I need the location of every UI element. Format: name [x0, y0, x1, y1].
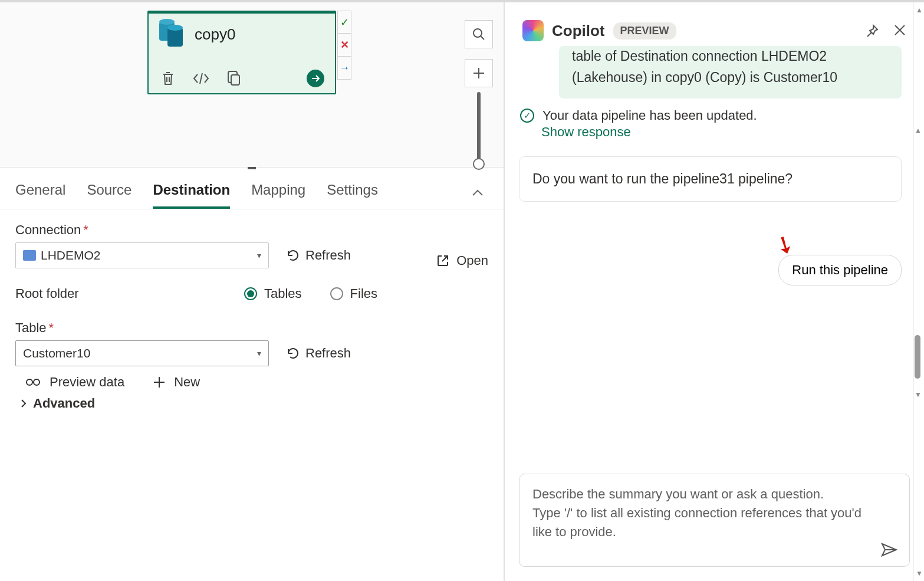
svg-point-1 [473, 29, 482, 37]
connection-label: Connection* [15, 222, 351, 238]
chevron-down-icon: ▾ [257, 251, 261, 260]
root-folder-tables-radio[interactable]: Tables [244, 286, 302, 301]
pipeline-canvas[interactable]: copy0 ✓ [0, 2, 504, 168]
main-pane: copy0 ✓ [0, 2, 505, 581]
refresh-connection-button[interactable]: Refresh [287, 248, 351, 263]
status-skip-icon[interactable]: → [338, 57, 351, 80]
copilot-header: Copilot PREVIEW [505, 2, 924, 46]
preview-data-button[interactable]: Preview data [25, 375, 124, 390]
add-button[interactable] [465, 59, 493, 87]
table-label: Table* [15, 320, 488, 336]
close-icon[interactable] [893, 24, 906, 38]
connection-value: LHDEMO2 [41, 248, 257, 262]
copilot-chat: table of Destination connection LHDEMO2 … [505, 46, 924, 463]
open-label: Open [456, 253, 488, 268]
assistant-message: table of Destination connection LHDEMO2 … [559, 46, 902, 99]
preview-data-label: Preview data [50, 375, 124, 390]
table-select[interactable]: Customer10 ▾ [15, 340, 269, 366]
status-text: Your data pipeline has been updated. [542, 108, 757, 123]
code-icon[interactable] [192, 70, 210, 87]
status-success-icon[interactable]: ✓ [338, 11, 351, 34]
run-pipeline-button[interactable]: Run this pipeline [778, 255, 902, 285]
copilot-logo-icon [522, 20, 544, 41]
assistant-question-card: Do you want to run the pipeline31 pipeli… [519, 156, 902, 202]
root-folder-label: Root folder [15, 286, 216, 301]
chevron-down-icon: ▾ [257, 349, 261, 358]
properties-tabs: General Source Destination Mapping Setti… [0, 168, 504, 209]
new-label: New [174, 375, 200, 390]
copy-icon[interactable] [225, 70, 243, 87]
zoom-slider[interactable] [477, 92, 481, 165]
pane-scrollbar[interactable]: ▲ ▼ [913, 2, 924, 581]
scroll-up-icon[interactable]: ▲ [916, 6, 923, 14]
connection-select[interactable]: LHDEMO2 ▾ [15, 242, 269, 268]
refresh-label-2: Refresh [305, 346, 351, 361]
advanced-section-toggle[interactable]: Advanced [20, 396, 488, 411]
svg-point-2 [27, 379, 32, 385]
destination-form: Connection* LHDEMO2 ▾ Refresh [0, 209, 504, 443]
copilot-composer[interactable]: Describe the summary you want or ask a q… [519, 474, 910, 567]
canvas-controls [465, 20, 493, 165]
send-icon[interactable] [881, 543, 897, 557]
root-folder-files-radio[interactable]: Files [330, 286, 377, 301]
open-connection-button[interactable]: Open [436, 253, 488, 268]
refresh-table-button[interactable]: Refresh [287, 346, 351, 361]
tab-source[interactable]: Source [87, 177, 131, 209]
search-button[interactable] [465, 20, 493, 48]
tab-general[interactable]: General [15, 177, 65, 209]
pin-icon[interactable] [865, 24, 879, 38]
copilot-pane: Copilot PREVIEW table of Destination con… [505, 2, 924, 581]
composer-placeholder: Describe the summary you want or ask a q… [532, 485, 874, 541]
table-value: Customer10 [23, 346, 257, 360]
show-response-link[interactable]: Show response [541, 124, 910, 140]
refresh-label: Refresh [305, 248, 351, 263]
status-fail-icon[interactable]: ✕ [338, 34, 351, 57]
preview-badge: PREVIEW [613, 22, 676, 40]
radio-selected-icon [244, 287, 257, 300]
lakehouse-icon [23, 250, 36, 261]
assistant-message-text: table of Destination connection LHDEMO2 … [572, 48, 837, 85]
root-tables-label: Tables [264, 286, 302, 301]
execute-arrow-icon[interactable] [307, 70, 324, 87]
pipeline-updated-status: ✓ Your data pipeline has been updated. [520, 108, 910, 123]
svg-point-3 [34, 379, 40, 385]
svg-rect-0 [231, 75, 239, 85]
success-check-icon: ✓ [520, 109, 534, 123]
tab-destination[interactable]: Destination [153, 177, 230, 209]
copilot-title: Copilot [552, 22, 605, 40]
node-title: copy0 [195, 25, 235, 44]
assistant-question-text: Do you want to run the pipeline31 pipeli… [532, 171, 793, 186]
radio-unselected-icon [330, 287, 343, 300]
collapse-panel-icon[interactable] [472, 189, 484, 196]
new-table-button[interactable]: New [153, 375, 200, 390]
tab-settings[interactable]: Settings [327, 177, 378, 209]
node-status-column: ✓ ✕ → [337, 11, 351, 80]
scroll-down-icon[interactable]: ▼ [916, 569, 923, 577]
root-files-label: Files [350, 286, 377, 301]
delete-icon[interactable] [159, 70, 177, 87]
tab-mapping[interactable]: Mapping [251, 177, 305, 209]
copy-activity-node[interactable]: copy0 [147, 11, 336, 94]
copy-data-icon [159, 22, 184, 47]
advanced-label: Advanced [33, 396, 95, 411]
